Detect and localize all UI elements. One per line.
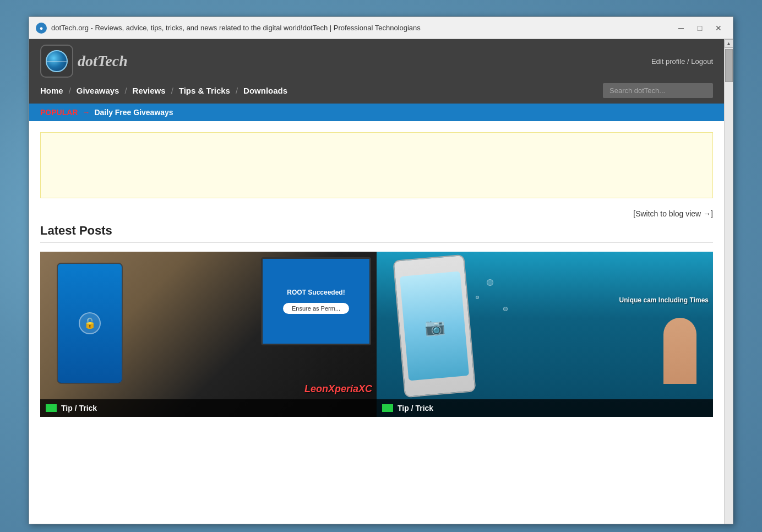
window-controls: ─ □ ✕: [673, 21, 726, 35]
monitor-screen: ROOT Succeeded! Ensure as Perm...: [261, 257, 371, 345]
post-grid: ROOT Succeeded! Ensure as Perm... LeonXp…: [40, 252, 713, 417]
popular-arrow: →: [82, 108, 90, 117]
underwater-phone: [393, 254, 476, 398]
edit-profile-link[interactable]: Edit profile: [651, 57, 685, 66]
site-nav: Home / Giveaways / Reviews / Tips & Tric…: [29, 83, 724, 104]
nav-sep-4: /: [236, 86, 238, 95]
tip-trick-tag-2: [382, 404, 393, 412]
scrollbar-up-arrow[interactable]: ▲: [725, 39, 733, 48]
main-content: [Switch to blog view →] Latest Posts: [29, 132, 724, 417]
page-area: dotTech Edit profile / Logout Home / Giv…: [29, 39, 724, 524]
switch-view: [Switch to blog view →]: [40, 209, 713, 224]
phone-scene-1: ROOT Succeeded! Ensure as Perm... LeonXp…: [40, 252, 377, 417]
logo-dot: dot: [78, 52, 97, 69]
post-card-1[interactable]: ROOT Succeeded! Ensure as Perm... LeonXp…: [40, 252, 377, 417]
post-card-2-label: Tip / Trick: [377, 399, 713, 417]
bubble-2: [503, 307, 508, 311]
close-button[interactable]: ✕: [711, 21, 726, 35]
root-button: Ensure as Perm...: [283, 303, 349, 314]
search-input[interactable]: [603, 83, 713, 98]
lock-icon: [79, 312, 101, 334]
site-header: dotTech Edit profile / Logout: [29, 39, 724, 83]
underwater-scene: Unique cam Including Times: [377, 252, 713, 417]
popular-bar: POPULAR → Daily Free Giveaways: [29, 104, 724, 121]
nav-sep-2: /: [124, 86, 127, 95]
switch-view-link[interactable]: [Switch to blog view →]: [633, 209, 713, 218]
nav-links: Home / Giveaways / Reviews / Tips & Tric…: [40, 84, 287, 97]
header-user-links: Edit profile / Logout: [651, 57, 713, 66]
latest-posts-heading: Latest Posts: [40, 224, 713, 238]
popular-link[interactable]: Daily Free Giveaways: [94, 108, 173, 117]
ad-banner: [40, 132, 713, 198]
maximize-button[interactable]: □: [692, 21, 707, 35]
section-divider: [40, 242, 713, 243]
logo-globe: [46, 50, 68, 72]
nav-home[interactable]: Home: [40, 84, 63, 97]
minimize-button[interactable]: ─: [673, 21, 689, 35]
post-card-1-label: Tip / Trick: [40, 399, 377, 417]
logo-icon-container: [40, 45, 73, 78]
browser-favicon: ●: [36, 23, 47, 34]
separator: /: [687, 57, 689, 66]
underwater-caption: Unique cam Including Times: [619, 296, 709, 305]
nav-tips-tricks[interactable]: Tips & Tricks: [179, 84, 230, 97]
phone-device: [57, 263, 123, 384]
nav-reviews[interactable]: Reviews: [133, 84, 166, 97]
logo-text: dotTech: [78, 52, 128, 70]
tip-trick-tag-1: [46, 404, 57, 412]
logout-link[interactable]: Logout: [691, 57, 713, 66]
bubble-3: [476, 296, 479, 299]
title-bar: ● dotTech.org - Reviews, advice, tips, t…: [29, 17, 733, 39]
nav-sep-3: /: [171, 86, 173, 95]
logo-tech: Tech: [97, 52, 128, 69]
window-title: dotTech.org - Reviews, advice, tips, tri…: [51, 24, 669, 32]
scrollbar: ▲: [724, 39, 733, 524]
nav-giveaways[interactable]: Giveaways: [77, 84, 119, 97]
nav-sep-1: /: [69, 86, 71, 95]
root-succeeded-text: ROOT Succeeded!: [287, 289, 345, 296]
browser-content: dotTech Edit profile / Logout Home / Giv…: [29, 39, 733, 524]
scrollbar-thumb[interactable]: [725, 49, 733, 82]
underwater-hand: [663, 318, 696, 384]
post-1-category: Tip / Trick: [61, 404, 97, 412]
nav-downloads[interactable]: Downloads: [243, 84, 287, 97]
post-2-category: Tip / Trick: [398, 404, 433, 412]
monitor-content: ROOT Succeeded! Ensure as Perm...: [263, 259, 369, 344]
underwater-phone-screen: [400, 272, 469, 381]
bubble-1: [487, 279, 493, 286]
post-card-2[interactable]: Unique cam Including Times Tip / Trick: [377, 252, 713, 417]
watermark-text: LeonXperiaXC: [300, 383, 377, 395]
browser-window: ● dotTech.org - Reviews, advice, tips, t…: [29, 17, 733, 524]
site-logo: dotTech: [40, 45, 128, 78]
phone-screen-inner: [58, 264, 122, 383]
popular-label: POPULAR: [40, 108, 78, 117]
